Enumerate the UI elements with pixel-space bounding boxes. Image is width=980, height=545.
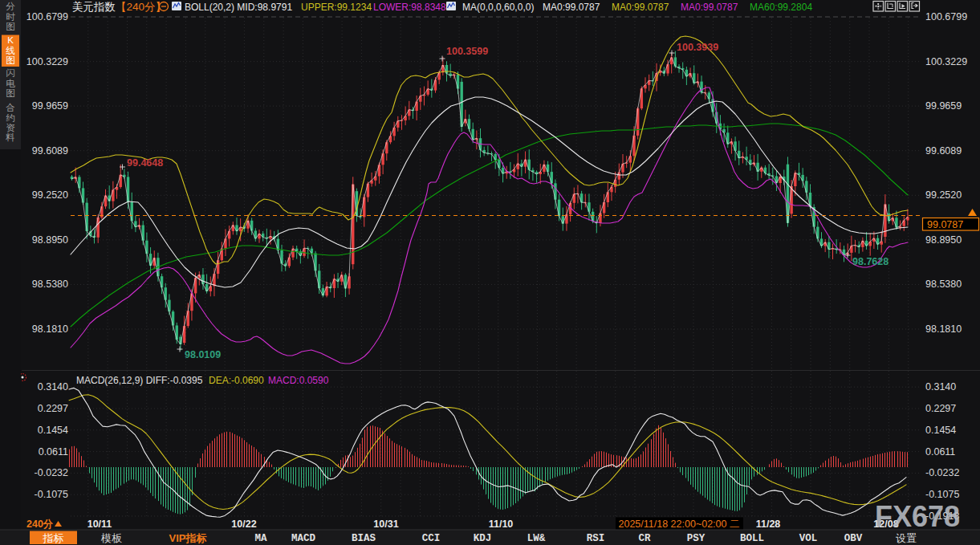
svg-text:电: 电: [6, 79, 15, 88]
svg-text:99.0787: 99.0787: [927, 219, 963, 230]
svg-text:10/11: 10/11: [87, 519, 112, 530]
svg-text:MA0:99.0787: MA0:99.0787: [612, 2, 669, 13]
svg-text:10/22: 10/22: [231, 519, 256, 530]
svg-text:99.6089: 99.6089: [32, 145, 68, 157]
svg-text:图: 图: [6, 22, 15, 31]
svg-text:0.0611: 0.0611: [925, 446, 955, 458]
svg-text:MA0:99.0787: MA0:99.0787: [543, 2, 600, 13]
svg-text:2025/11/18 22:00~02:00 二: 2025/11/18 22:00~02:00 二: [619, 519, 740, 530]
svg-text:99.9659: 99.9659: [32, 100, 68, 112]
svg-text:料: 料: [5, 132, 15, 142]
svg-text:约: 约: [6, 113, 15, 123]
svg-text:-0.0232: -0.0232: [925, 467, 959, 478]
svg-text:100.6799: 100.6799: [26, 11, 68, 22]
svg-text:分: 分: [6, 2, 15, 11]
svg-text:MA0:99.0787: MA0:99.0787: [681, 2, 738, 13]
svg-text:100.3229: 100.3229: [26, 56, 68, 67]
svg-text:0.3140: 0.3140: [925, 381, 956, 392]
svg-text:MACD: MACD: [291, 533, 316, 544]
svg-text:时: 时: [6, 12, 15, 22]
svg-text:VIP指标: VIP指标: [169, 532, 207, 544]
svg-text:0.1454: 0.1454: [925, 425, 956, 436]
svg-text:CR: CR: [638, 533, 651, 544]
svg-text:K: K: [7, 35, 14, 45]
svg-text:98.8950: 98.8950: [32, 234, 68, 246]
svg-text:图: 图: [6, 55, 15, 65]
svg-text:LOWER:98.8348: LOWER:98.8348: [373, 2, 446, 13]
svg-text:11/28: 11/28: [756, 519, 781, 530]
svg-text:MACD:0.0590: MACD:0.0590: [268, 375, 329, 386]
svg-text:BIAS: BIAS: [352, 533, 376, 544]
svg-text:指标: 指标: [43, 532, 64, 544]
svg-text:RSI: RSI: [587, 533, 605, 544]
svg-text:-0.1075: -0.1075: [35, 489, 68, 500]
svg-text:VOL: VOL: [799, 533, 818, 544]
svg-text:0.2297: 0.2297: [38, 403, 68, 414]
svg-text:98.8950: 98.8950: [925, 234, 962, 246]
svg-text:98.5380: 98.5380: [32, 279, 68, 290]
svg-text:模板: 模板: [100, 532, 122, 544]
svg-text:KDJ: KDJ: [474, 533, 492, 544]
svg-text:-0.0232: -0.0232: [35, 467, 68, 478]
svg-text:MA60:99.2804: MA60:99.2804: [750, 2, 812, 13]
svg-text:0.3140: 0.3140: [38, 381, 68, 392]
svg-text:0.1454: 0.1454: [38, 425, 68, 436]
svg-text:98.1810: 98.1810: [32, 323, 68, 335]
svg-text:合: 合: [6, 103, 15, 112]
svg-text:LW&: LW&: [527, 533, 546, 544]
svg-text:【240分】: 【240分】: [116, 1, 166, 13]
svg-text:99.9659: 99.9659: [925, 100, 962, 112]
svg-text:MACD(26,12,9) DIFF:-0.0395: MACD(26,12,9) DIFF:-0.0395: [76, 375, 203, 386]
svg-text:98.1810: 98.1810: [925, 323, 962, 335]
svg-text:99.2520: 99.2520: [32, 189, 68, 201]
svg-text:0.0611: 0.0611: [39, 446, 68, 458]
svg-text:98.7628: 98.7628: [852, 256, 889, 267]
svg-text:99.2520: 99.2520: [925, 189, 962, 201]
svg-text:-0.1075: -0.1075: [925, 489, 959, 500]
svg-text:FX678: FX678: [875, 500, 960, 533]
svg-text:99.6089: 99.6089: [925, 145, 962, 157]
svg-text:CCI: CCI: [422, 533, 441, 544]
svg-text:图: 图: [6, 88, 15, 98]
svg-text:99.4648: 99.4648: [127, 157, 163, 169]
svg-text:11/10: 11/10: [489, 519, 514, 530]
svg-text:设置: 设置: [896, 532, 917, 544]
svg-text:240分: 240分: [26, 519, 54, 530]
svg-text:MA(0,0,0,60,0,0): MA(0,0,0,60,0,0): [462, 2, 534, 13]
svg-text:98.5380: 98.5380: [925, 279, 962, 290]
svg-text:0.2297: 0.2297: [925, 403, 956, 414]
svg-text:BOLL(20,2) MID:98.9791: BOLL(20,2) MID:98.9791: [185, 2, 292, 13]
svg-text:100.3599: 100.3599: [446, 46, 488, 57]
svg-text:100.6799: 100.6799: [925, 11, 967, 22]
svg-text:MA: MA: [254, 533, 267, 544]
svg-text:OBV: OBV: [844, 533, 863, 544]
svg-text:BOLL: BOLL: [740, 533, 764, 544]
svg-text:线: 线: [6, 46, 15, 55]
svg-text:资: 资: [6, 123, 15, 132]
svg-text:美元指数: 美元指数: [72, 1, 116, 13]
svg-text:闪: 闪: [6, 68, 15, 78]
svg-text:98.0109: 98.0109: [185, 349, 221, 360]
svg-text:UPPER:99.1234: UPPER:99.1234: [301, 2, 372, 13]
svg-text:10/31: 10/31: [373, 519, 398, 530]
svg-text:DEA:-0.0690: DEA:-0.0690: [209, 375, 264, 386]
svg-text:100.3229: 100.3229: [925, 56, 967, 67]
svg-text:PSY: PSY: [687, 533, 706, 544]
svg-text:100.3939: 100.3939: [677, 42, 718, 53]
